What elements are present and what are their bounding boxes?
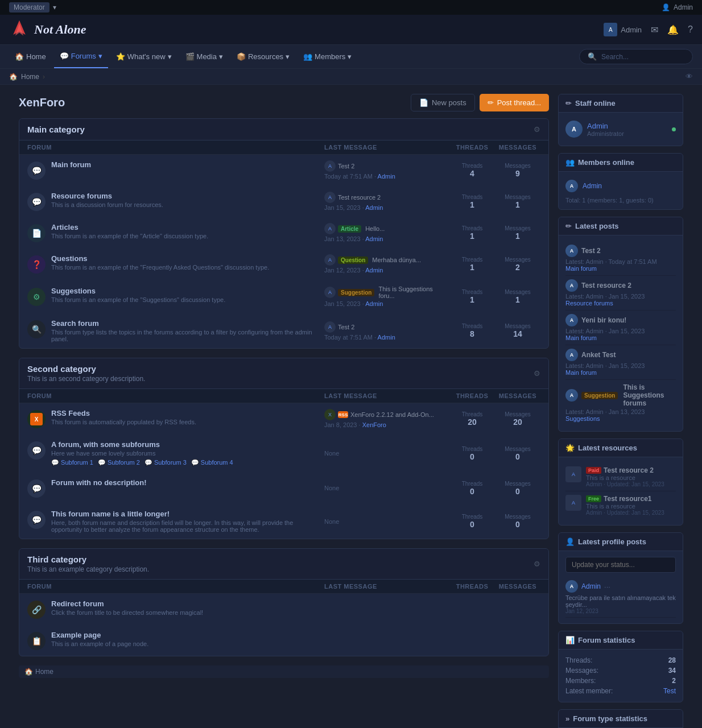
last-msg-user[interactable]: Admin bbox=[378, 173, 395, 180]
members-icon: 👥 bbox=[565, 158, 575, 167]
post-thread-button[interactable]: ✏ Post thread... bbox=[480, 94, 549, 111]
last-msg-title-text[interactable]: This is Suggestions foru... bbox=[378, 286, 449, 299]
category-second-desc: This is an second category description. bbox=[27, 375, 145, 383]
forum-name[interactable]: This forum name is a little longer! bbox=[51, 510, 324, 518]
forum-name[interactable]: Articles bbox=[51, 223, 208, 231]
forum-info: 💬 Resource forums This is a discussion f… bbox=[27, 192, 324, 211]
col-threads: THREADS bbox=[449, 144, 495, 151]
resource-name[interactable]: Test resource1 bbox=[604, 495, 652, 503]
last-msg-user[interactable]: Admin bbox=[365, 267, 383, 274]
nav-members[interactable]: 👥 Members ▾ bbox=[298, 46, 357, 68]
help-icon[interactable]: ? bbox=[688, 24, 693, 35]
admin-menu[interactable]: A Admin bbox=[604, 23, 642, 36]
staff-avatar: A bbox=[565, 121, 583, 138]
suggestion-badge-small: Suggestion bbox=[581, 392, 618, 399]
post-forum[interactable]: Main forum bbox=[565, 265, 676, 272]
forum-name[interactable]: Redirect forum bbox=[51, 599, 203, 608]
last-msg-title-text[interactable]: Test 2 bbox=[338, 324, 354, 330]
top-bar: Moderator ▾ 👤 Admin bbox=[0, 0, 702, 15]
post-forum[interactable]: Main forum bbox=[565, 334, 676, 341]
nav-whats-new[interactable]: ⭐ What's new ▾ bbox=[110, 46, 177, 68]
forum-name[interactable]: Search forum bbox=[51, 319, 324, 328]
msg-value: 0 bbox=[515, 487, 520, 496]
category-third-desc: This is an example category description. bbox=[27, 565, 149, 573]
subforum-link-3[interactable]: 💬 Subforum 3 bbox=[144, 459, 187, 466]
subforum-link-1[interactable]: 💬 Subforum 1 bbox=[51, 459, 93, 466]
logo[interactable]: Not Alone bbox=[9, 19, 86, 40]
stat-row-members: Members: 2 bbox=[565, 676, 676, 686]
resource-name[interactable]: Test resource 2 bbox=[604, 466, 654, 474]
last-msg-user[interactable]: Admin bbox=[378, 334, 395, 341]
forum-name[interactable]: Forum with no description! bbox=[51, 478, 147, 487]
forum-name[interactable]: Questions bbox=[51, 254, 269, 263]
widget-staff-title: Staff online bbox=[575, 99, 616, 107]
thread-value: 0 bbox=[470, 520, 474, 529]
msg-value: 20 bbox=[513, 417, 522, 427]
breadcrumb-home[interactable]: Home bbox=[21, 73, 39, 81]
subforum-link-2[interactable]: 💬 Subforum 2 bbox=[98, 459, 140, 466]
forum-info: ⚙ Suggestions This forum is an example o… bbox=[27, 287, 324, 306]
last-msg-date: Jan 15, 2023 bbox=[324, 204, 361, 211]
last-msg-user[interactable]: Admin bbox=[365, 204, 383, 211]
forum-info: 💬 Forum with no description! bbox=[27, 478, 324, 498]
new-posts-button[interactable]: 📄 New posts bbox=[411, 94, 475, 111]
moderator-badge[interactable]: Moderator bbox=[9, 2, 49, 13]
forum-info: 🔍 Search forum This forum type lists the… bbox=[27, 319, 324, 342]
forum-name[interactable]: Example page bbox=[51, 631, 148, 639]
sidebar: ✏ Staff online A Admin Administrator 👥 M… bbox=[558, 94, 683, 728]
profile-post-more[interactable]: ··· bbox=[604, 582, 610, 591]
staff-name[interactable]: Admin bbox=[587, 122, 624, 130]
post-title[interactable]: Test resource 2 bbox=[581, 282, 631, 289]
profile-post-user[interactable]: Admin bbox=[581, 582, 601, 590]
last-msg-title-text[interactable]: Test resource 2 bbox=[338, 194, 381, 201]
nav-forums[interactable]: 💬 Forums ▾ bbox=[54, 45, 108, 68]
breadcrumb-toggle[interactable]: 👁 bbox=[686, 72, 693, 81]
post-title[interactable]: Anket Test bbox=[581, 351, 616, 359]
post-title[interactable]: Test 2 bbox=[581, 247, 601, 255]
post-forum[interactable]: Resource forums bbox=[565, 300, 676, 307]
post-title[interactable]: This is Suggestions forums bbox=[623, 383, 676, 407]
profile-post-text: Tecrübe para ile satın alınamayacak tek … bbox=[565, 594, 676, 608]
post-forum[interactable]: Main forum bbox=[565, 369, 676, 376]
post-thread-label: Post thread... bbox=[497, 98, 541, 107]
subforum-link-4[interactable]: 💬 Subforum 4 bbox=[191, 459, 233, 466]
widget-members-online-header: 👥 Members online bbox=[559, 154, 683, 172]
forum-rss-icon: X bbox=[27, 410, 46, 428]
nav-media[interactable]: 🎬 Media ▾ bbox=[180, 46, 229, 68]
category-gear-icon[interactable]: ⚙ bbox=[534, 369, 540, 378]
bell-icon[interactable]: 🔔 bbox=[667, 24, 679, 35]
post-forum[interactable]: Suggestions bbox=[565, 415, 676, 422]
last-msg-title-text[interactable]: Test 2 bbox=[338, 163, 354, 169]
forum-name[interactable]: Suggestions bbox=[51, 287, 225, 295]
profile-post-input[interactable] bbox=[565, 557, 676, 573]
forum-name[interactable]: Resource forums bbox=[51, 192, 163, 200]
forum-info: ❓ Questions This forum is an example of … bbox=[27, 254, 324, 274]
latest-member-link[interactable]: Test bbox=[663, 687, 676, 695]
search-box[interactable]: 🔍 Search... bbox=[579, 49, 693, 64]
last-msg-user[interactable]: Admin bbox=[365, 235, 383, 242]
last-msg-title-text[interactable]: Hello... bbox=[365, 225, 385, 232]
top-admin-icon: 👤 bbox=[662, 3, 670, 11]
nav-resources[interactable]: 📦 Resources ▾ bbox=[231, 46, 295, 68]
nav-home[interactable]: 🏠 Home bbox=[9, 46, 52, 68]
category-gear-icon[interactable]: ⚙ bbox=[534, 560, 540, 568]
forum-name[interactable]: A forum, with some subforums bbox=[51, 440, 233, 449]
resource-desc: This is a resource bbox=[586, 503, 664, 510]
forum-name[interactable]: Main forum bbox=[51, 160, 91, 169]
bottom-breadcrumb[interactable]: 🏠 Home bbox=[19, 665, 549, 678]
category-second-title: Second category bbox=[27, 364, 145, 374]
forum-table-header: FORUM LAST MESSAGE THREADS MESSAGES bbox=[19, 140, 548, 155]
last-msg-title-text[interactable]: XenForo 2.2.12 and Add-On... bbox=[350, 411, 434, 418]
last-msg-user[interactable]: Admin bbox=[365, 300, 383, 307]
last-msg-title-text[interactable]: Merhaba dünya... bbox=[372, 257, 421, 263]
mail-icon[interactable]: ✉ bbox=[651, 24, 658, 35]
member-online-name[interactable]: Admin bbox=[583, 182, 602, 190]
post-title[interactable]: Yeni bir konu! bbox=[581, 316, 626, 324]
last-msg-user[interactable]: XenForo bbox=[362, 421, 386, 428]
top-bar-right: 👤 Admin bbox=[662, 3, 693, 11]
msg-count: Messages 0 bbox=[495, 481, 540, 496]
top-admin-label[interactable]: Admin bbox=[674, 3, 693, 11]
category-gear-icon[interactable]: ⚙ bbox=[534, 125, 540, 134]
last-msg-date: Today at 7:51 AM bbox=[324, 334, 373, 341]
forum-name[interactable]: RSS Feeds bbox=[51, 409, 196, 417]
